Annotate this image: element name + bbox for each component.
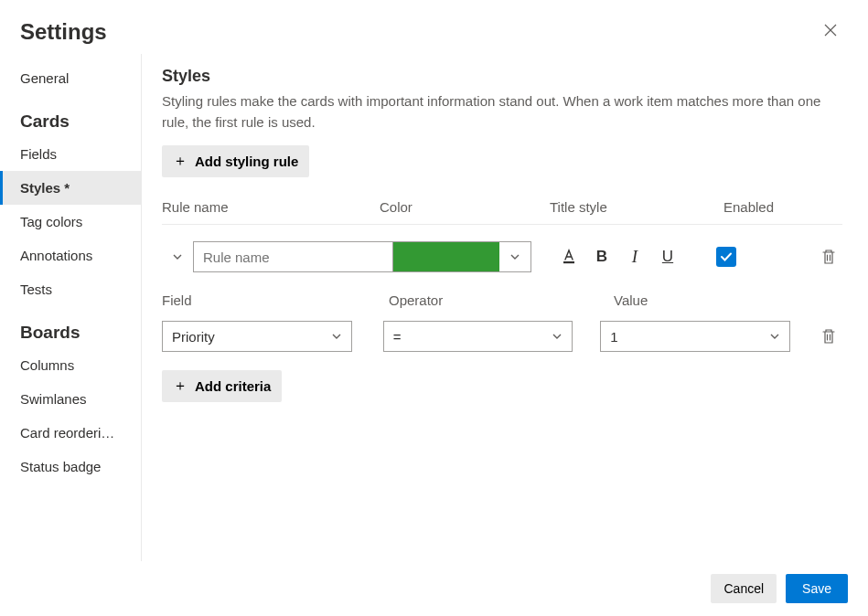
sidebar-group-cards: Cards — [0, 95, 141, 137]
save-button[interactable]: Save — [786, 574, 848, 603]
col-color: Color — [380, 199, 550, 215]
plus-icon: ＋ — [173, 152, 188, 171]
chevron-down-icon — [769, 329, 780, 345]
modal-title: Settings — [20, 19, 107, 45]
chevron-down-icon — [552, 329, 563, 345]
color-swatch — [393, 242, 499, 271]
svg-rect-0 — [563, 261, 574, 263]
chevron-down-icon — [331, 329, 342, 345]
enabled-checkbox[interactable] — [716, 247, 736, 267]
modal-footer: Cancel Save — [0, 561, 868, 616]
col-field: Field — [162, 292, 389, 308]
title-style-group: B I U — [559, 247, 716, 267]
add-criteria-button[interactable]: ＋ Add criteria — [162, 370, 282, 402]
plus-icon: ＋ — [173, 377, 188, 396]
operator-select-value: = — [393, 329, 402, 345]
cancel-button[interactable]: Cancel — [711, 574, 777, 603]
sidebar-item-styles[interactable]: Styles * — [0, 171, 141, 205]
field-select-value: Priority — [172, 329, 215, 345]
col-value: Value — [614, 292, 842, 308]
col-operator: Operator — [389, 292, 614, 308]
section-description: Styling rules make the cards with import… — [162, 91, 842, 133]
bold-icon[interactable]: B — [592, 247, 612, 267]
modal-header: Settings — [0, 0, 868, 54]
add-styling-rule-label: Add styling rule — [195, 154, 298, 169]
sidebar-item-card-reordering[interactable]: Card reorderi… — [0, 416, 141, 450]
operator-select[interactable]: = — [383, 321, 573, 352]
col-enabled: Enabled — [723, 199, 842, 215]
sidebar-group-boards: Boards — [0, 306, 141, 348]
sidebar-item-status-badge[interactable]: Status badge — [0, 450, 141, 483]
value-select[interactable]: 1 — [600, 321, 790, 352]
field-select[interactable]: Priority — [162, 321, 352, 352]
close-icon[interactable] — [819, 18, 842, 45]
expand-rule-toggle[interactable] — [162, 251, 193, 262]
sidebar-item-swimlanes[interactable]: Swimlanes — [0, 382, 141, 416]
criteria-column-headers: Field Operator Value — [162, 292, 842, 308]
col-title-style: Title style — [550, 199, 723, 215]
sidebar-item-general[interactable]: General — [0, 61, 141, 95]
section-title: Styles — [162, 67, 842, 86]
rule-name-input[interactable] — [193, 241, 392, 272]
value-select-value: 1 — [610, 329, 617, 345]
sidebar-item-fields[interactable]: Fields — [0, 137, 141, 171]
add-styling-rule-button[interactable]: ＋ Add styling rule — [162, 145, 309, 177]
sidebar-item-tests[interactable]: Tests — [0, 272, 141, 306]
add-criteria-label: Add criteria — [195, 378, 271, 394]
rule-row: B I U — [162, 225, 842, 281]
font-color-icon[interactable] — [559, 247, 579, 267]
sidebar-item-annotations[interactable]: Annotations — [0, 239, 141, 272]
settings-modal: Settings General Cards Fields Styles * T… — [0, 0, 868, 616]
enabled-cell — [716, 247, 815, 267]
col-rule-name: Rule name — [162, 199, 380, 215]
delete-criteria-button[interactable] — [816, 328, 842, 345]
main-panel: Styles Styling rules make the cards with… — [142, 54, 868, 561]
chevron-down-icon[interactable] — [499, 242, 530, 271]
color-picker[interactable] — [392, 241, 531, 272]
rule-column-headers: Rule name Color Title style Enabled — [162, 199, 842, 225]
sidebar-item-tag-colors[interactable]: Tag colors — [0, 205, 141, 239]
sidebar: General Cards Fields Styles * Tag colors… — [0, 54, 142, 561]
sidebar-item-columns[interactable]: Columns — [0, 348, 141, 382]
italic-icon[interactable]: I — [625, 247, 645, 267]
criteria-row: Priority = 1 — [162, 321, 842, 352]
modal-body: General Cards Fields Styles * Tag colors… — [0, 54, 868, 561]
underline-icon[interactable]: U — [658, 247, 678, 267]
delete-rule-button[interactable] — [815, 249, 842, 265]
